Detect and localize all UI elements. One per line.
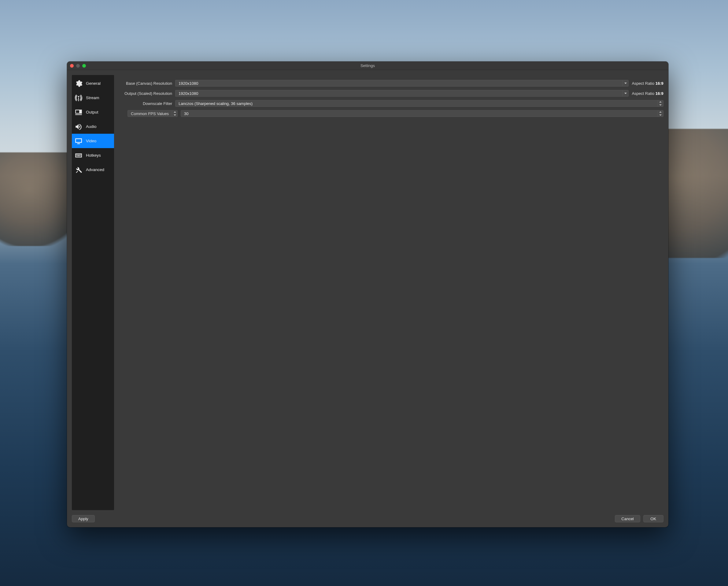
chevron-down-icon[interactable] [623,90,629,97]
sidebar-item-label: Advanced [86,167,104,172]
base-resolution-value[interactable]: 1920x1080 [175,80,623,87]
base-resolution-combo[interactable]: 1920x1080 [175,80,629,87]
video-settings-panel: Base (Canvas) Resolution 1920x1080 Aspec… [121,75,664,510]
chevron-down-icon[interactable] [623,80,629,87]
output-resolution-row: Output (Scaled) Resolution 1920x1080 Asp… [121,89,664,97]
output-icon [74,108,83,117]
output-resolution-value[interactable]: 1920x1080 [175,90,623,97]
sidebar-item-general[interactable]: General [72,76,114,91]
base-resolution-row: Base (Canvas) Resolution 1920x1080 Aspec… [121,79,664,87]
speaker-icon [74,122,83,131]
antenna-icon [74,94,83,102]
output-resolution-combo[interactable]: 1920x1080 [175,90,629,97]
downscale-filter-label: Downscale Filter [121,101,172,106]
tools-icon [74,166,83,174]
output-aspect-ratio: Aspect Ratio 16:9 [632,91,663,96]
sidebar-item-video[interactable]: Video [72,134,114,148]
aspect-ratio-value: 16:9 [655,91,664,96]
fps-value: 30 [181,111,658,117]
fps-mode-label: Common FPS Values [128,112,172,116]
downscale-filter-row: Downscale Filter Lanczos (Sharpened scal… [121,99,664,107]
keyboard-icon [74,151,83,160]
base-aspect-ratio: Aspect Ratio 16:9 [632,81,663,86]
close-window-button[interactable] [70,64,74,68]
downscale-filter-value: Lanczos (Sharpened scaling, 36 samples) [176,100,658,106]
sidebar-item-audio[interactable]: Audio [72,119,114,134]
updown-icon[interactable] [172,111,177,117]
sidebar-item-advanced[interactable]: Advanced [72,163,114,177]
aspect-ratio-value: 16:9 [655,81,664,86]
fps-mode-select[interactable]: Common FPS Values [128,110,178,117]
fps-row: Common FPS Values 30 [121,109,664,118]
settings-sidebar: General Stream Output Audio [72,75,114,510]
sidebar-item-hotkeys[interactable]: Hotkeys [72,148,114,163]
sidebar-item-label: General [86,81,101,86]
downscale-filter-select[interactable]: Lanczos (Sharpened scaling, 36 samples) [175,100,664,107]
cancel-button[interactable]: Cancel [615,515,640,522]
sidebar-item-label: Hotkeys [86,153,101,157]
minimize-window-button[interactable] [76,64,80,68]
output-resolution-label: Output (Scaled) Resolution [121,91,172,96]
ok-button[interactable]: OK [643,515,664,522]
window-body: General Stream Output Audio [67,70,668,513]
traffic-lights [70,64,86,68]
sidebar-item-label: Audio [86,124,97,129]
sidebar-item-stream[interactable]: Stream [72,91,114,105]
dialog-footer: Apply Cancel OK [67,513,668,527]
sidebar-item-output[interactable]: Output [72,105,114,119]
apply-button[interactable]: Apply [72,515,95,522]
titlebar: Settings [67,62,668,70]
base-resolution-label: Base (Canvas) Resolution [121,81,172,86]
fps-value-select[interactable]: 30 [181,110,664,117]
aspect-ratio-label: Aspect Ratio [632,81,654,86]
sidebar-item-label: Stream [86,96,99,100]
gear-icon [74,79,83,88]
updown-icon[interactable] [658,100,663,106]
sidebar-item-label: Video [86,139,96,143]
updown-icon[interactable] [658,111,663,117]
monitor-icon [74,137,83,145]
sidebar-item-label: Output [86,110,99,115]
window-title: Settings [67,63,668,68]
aspect-ratio-label: Aspect Ratio [632,91,654,96]
settings-window: Settings General Stream Output [67,62,668,527]
maximize-window-button[interactable] [82,64,86,68]
